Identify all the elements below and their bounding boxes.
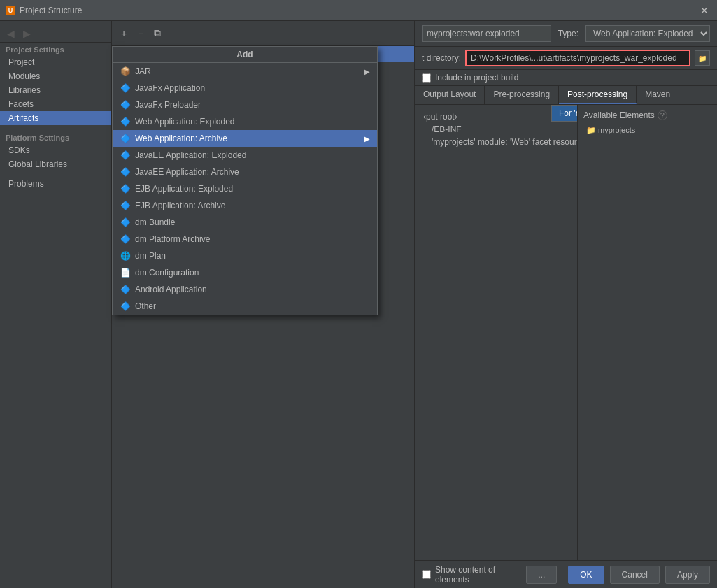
sidebar-item-global-libraries[interactable]: Global Libraries — [0, 157, 111, 171]
cancel-button[interactable]: Cancel — [610, 566, 660, 584]
type-select[interactable]: Web Application: Exploded — [585, 25, 710, 42]
tree-item-module-resources[interactable]: 'myprojects' module: 'Web' facet resourc… — [420, 136, 572, 148]
structure-panel: ‹put root› /EB-INF 'myprojects' module: … — [415, 105, 577, 560]
app-icon: U — [6, 6, 15, 15]
menu-item-dm-config[interactable]: 📄 dm Configuration — [113, 264, 377, 281]
web-archive-submenu: For 'myprojects:war exploded' — [551, 105, 577, 122]
sidebar-item-facets[interactable]: Facets — [0, 97, 111, 111]
ok-button[interactable]: OK — [568, 566, 604, 584]
menu-item-dm-plan-label: dm Plan — [135, 251, 166, 261]
dm-bundle-icon: 🔷 — [120, 217, 131, 228]
close-button[interactable]: ✕ — [697, 3, 711, 17]
menu-item-ejb-exploded-label: EJB Application: Exploded — [135, 184, 233, 194]
menu-item-dm-bundle-label: dm Bundle — [135, 217, 175, 227]
menu-item-javafx-app[interactable]: 🔷 JavaFx Application — [113, 80, 377, 96]
menu-item-web-exploded-label: Web Application: Exploded — [135, 117, 235, 127]
folder-icon: 📁 — [698, 55, 707, 62]
tab-post-processing[interactable]: Post-processing — [559, 86, 637, 104]
sidebar-item-project[interactable]: Project — [0, 55, 111, 69]
sidebar: ◀ ▶ Project Settings Project Modules Lib… — [0, 21, 112, 588]
menu-item-dm-plan[interactable]: 🌐 dm Plan — [113, 248, 377, 264]
output-label: t directory: — [422, 53, 461, 63]
submenu-item-for-war[interactable]: For 'myprojects:war exploded' — [552, 106, 577, 121]
available-elements-text: Available Elements — [583, 110, 655, 120]
sidebar-item-problems[interactable]: Problems — [0, 177, 111, 191]
browse-more-button[interactable]: ... — [526, 566, 557, 584]
sidebar-item-sdks[interactable]: SDKs — [0, 143, 111, 157]
element-label: myprojects — [598, 126, 635, 134]
menu-item-javaee-archive-label: JavaEE Application: Archive — [135, 167, 239, 177]
menu-item-other[interactable]: 🔷 Other — [113, 298, 377, 315]
tab-output-layout[interactable]: Output Layout — [415, 86, 485, 104]
sidebar-item-modules[interactable]: Modules — [0, 69, 111, 83]
menu-item-web-exploded[interactable]: 🔷 Web Application: Exploded — [113, 113, 377, 130]
available-elements-help-icon[interactable]: ? — [658, 110, 667, 120]
tabs-bar: Output Layout Pre-processing Post-proces… — [415, 86, 717, 105]
sidebar-item-artifacts[interactable]: Artifacts — [0, 111, 111, 125]
tab-pre-processing[interactable]: Pre-processing — [485, 86, 559, 104]
menu-item-dm-bundle[interactable]: 🔷 dm Bundle — [113, 214, 377, 231]
show-content-row: Show content of elements — [422, 565, 520, 585]
window-title: Project Structure — [20, 6, 82, 15]
forward-button[interactable]: ▶ — [20, 27, 34, 41]
menu-item-web-archive[interactable]: 🔷 Web Application: Archive ▶ — [113, 130, 377, 147]
tree-item-root[interactable]: ‹put root› — [420, 110, 572, 123]
include-checkbox[interactable] — [422, 73, 431, 83]
add-artifact-button[interactable]: + — [116, 26, 132, 41]
sidebar-item-libraries[interactable]: Libraries — [0, 83, 111, 97]
menu-item-ejb-archive[interactable]: 🔷 EJB Application: Archive — [113, 197, 377, 214]
menu-item-javaee-exploded[interactable]: 🔷 JavaEE Application: Exploded — [113, 147, 377, 164]
sidebar-divider-2 — [0, 171, 111, 177]
menu-item-javaee-exploded-label: JavaEE Application: Exploded — [135, 150, 246, 160]
back-button[interactable]: ◀ — [4, 27, 17, 41]
other-icon: 🔷 — [120, 301, 131, 312]
project-structure-dialog: U Project Structure ✕ ◀ ▶ Project Settin… — [0, 0, 717, 588]
menu-item-android-app[interactable]: 🔷 Android Application — [113, 281, 377, 298]
left-section: + − ⧉ myprojects:war exploded Add 📦 JAR … — [112, 21, 415, 588]
available-elements-panel: Available Elements ? 📁 myprojects — [577, 105, 717, 560]
browse-button[interactable]: 📁 — [695, 50, 710, 66]
dropdown-header: Add — [113, 47, 377, 63]
title-bar-left: U Project Structure — [6, 6, 82, 15]
available-elements-label: Available Elements ? — [583, 110, 711, 120]
menu-item-dm-config-label: dm Configuration — [135, 268, 199, 278]
menu-item-ejb-exploded[interactable]: 🔷 EJB Application: Exploded — [113, 180, 377, 197]
menu-item-dm-platform-label: dm Platform Archive — [135, 234, 210, 244]
copy-artifact-button[interactable]: ⧉ — [150, 26, 165, 41]
add-dropdown-menu: Add 📦 JAR ▶ 🔷 JavaFx Application 🔷 JavaF… — [112, 46, 378, 315]
sidebar-divider-1 — [0, 125, 111, 131]
menu-item-android-app-label: Android Application — [135, 285, 207, 294]
bottom-bar: Show content of elements ... OK Cancel A… — [415, 560, 717, 588]
menu-item-jar[interactable]: 📦 JAR ▶ — [113, 63, 377, 80]
menu-item-dm-platform[interactable]: 🔷 dm Platform Archive — [113, 231, 377, 248]
project-settings-label: Project Settings — [0, 43, 111, 55]
output-path-input[interactable] — [465, 50, 690, 66]
javafx-app-icon: 🔷 — [120, 83, 131, 94]
web-exploded-icon: 🔷 — [120, 116, 131, 127]
web-archive-icon: 🔷 — [120, 133, 131, 144]
include-label: Include in project build — [435, 73, 518, 83]
menu-item-javafx-app-label: JavaFx Application — [135, 83, 205, 93]
remove-artifact-button[interactable]: − — [133, 26, 148, 41]
element-icon: 📁 — [586, 126, 596, 134]
menu-item-javafx-preloader-label: JavaFx Preloader — [135, 100, 201, 110]
dm-plan-icon: 🌐 — [120, 250, 131, 261]
tree-item-webinf[interactable]: /EB-INF — [420, 123, 572, 136]
menu-item-web-archive-label: Web Application: Archive — [135, 134, 227, 143]
menu-item-javafx-preloader[interactable]: 🔷 JavaFx Preloader — [113, 96, 377, 113]
tab-maven[interactable]: Maven — [637, 86, 679, 104]
menu-item-other-label: Other — [135, 301, 156, 311]
output-row: t directory: 📁 — [415, 47, 717, 70]
javafx-preloader-icon: 🔷 — [120, 99, 131, 110]
right-panel: Type: Web Application: Exploded t direct… — [415, 21, 717, 588]
menu-item-jar-label: JAR — [135, 66, 151, 76]
artifact-name-input[interactable] — [422, 25, 551, 42]
menu-item-javaee-archive[interactable]: 🔷 JavaEE Application: Archive — [113, 164, 377, 180]
jar-arrow-icon: ▶ — [364, 68, 370, 76]
apply-button[interactable]: Apply — [665, 566, 710, 584]
ejb-exploded-icon: 🔷 — [120, 183, 131, 194]
submenu-item-label: For 'myprojects:war exploded' — [559, 108, 577, 118]
web-archive-arrow-icon: ▶ — [364, 135, 370, 143]
show-content-checkbox[interactable] — [422, 570, 431, 579]
available-element-item[interactable]: 📁 myprojects — [583, 124, 711, 136]
